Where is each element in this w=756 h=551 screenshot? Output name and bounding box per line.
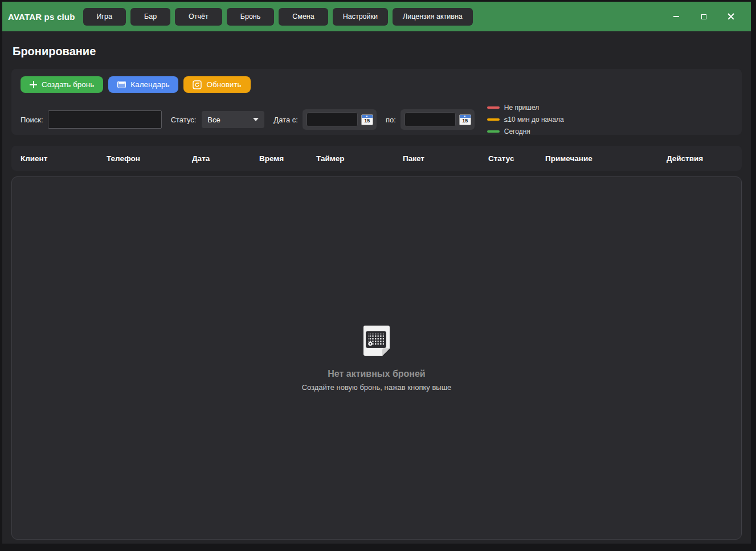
toolbar: Создать бронь Календарь Обновить <box>21 76 733 93</box>
column-phone: Телефон <box>107 154 192 163</box>
refresh-button[interactable]: Обновить <box>183 76 250 93</box>
legend-item-soon: ≤10 мин до начала <box>487 116 564 124</box>
close-button[interactable] <box>726 11 736 22</box>
status-label: Статус: <box>171 116 197 124</box>
app-window: AVATAR ps club Игра Бар Отчёт Бронь Смен… <box>2 2 751 544</box>
nav-settings-button[interactable]: Настройки <box>333 8 388 26</box>
empty-calendar-icon <box>362 325 391 359</box>
create-booking-button[interactable]: Создать бронь <box>21 76 103 93</box>
status-legend: Не пришел ≤10 мин до начала Сегодня <box>487 104 564 135</box>
page-title: Бронирование <box>13 44 742 59</box>
calendar-icon-header <box>460 115 471 118</box>
legend-red-swatch <box>487 106 500 109</box>
status-selected-value: Все <box>207 116 220 124</box>
nav-report-button[interactable]: Отчёт <box>175 8 222 26</box>
search-label: Поиск: <box>21 116 43 124</box>
legend-orange-swatch <box>487 118 500 121</box>
legend-green-swatch <box>487 130 500 133</box>
create-booking-label: Создать бронь <box>42 80 94 89</box>
column-status: Статус <box>488 154 545 163</box>
date-from-input[interactable] <box>307 112 358 127</box>
date-to-widget: 15 <box>401 109 475 130</box>
column-timer: Таймер <box>316 154 403 163</box>
filter-row: Поиск: Статус: Все Дата с: 15 по: <box>21 104 733 135</box>
filter-panel: Создать бронь Календарь Обновить <box>11 69 742 135</box>
calendar-label: Календарь <box>130 80 169 89</box>
column-time: Время <box>259 154 316 163</box>
column-actions: Действия <box>667 154 742 163</box>
empty-state-title: Нет активных броней <box>328 369 425 379</box>
column-date: Дата <box>192 154 259 163</box>
bookings-table-body: Нет активных броней Создайте новую бронь… <box>11 176 742 540</box>
date-to-label: по: <box>386 116 396 124</box>
legend-today-label: Сегодня <box>504 128 530 135</box>
minimize-icon <box>673 16 679 17</box>
close-icon <box>728 13 734 20</box>
nav-shift-button[interactable]: Смена <box>279 8 328 26</box>
calendar-icon-day: 15 <box>362 118 373 125</box>
refresh-icon <box>193 80 202 89</box>
app-brand: AVATAR ps club <box>8 12 75 22</box>
status-select[interactable]: Все <box>202 111 264 128</box>
date-from-picker-icon[interactable]: 15 <box>361 114 373 125</box>
refresh-label: Обновить <box>206 80 241 89</box>
nav-game-button[interactable]: Игра <box>83 8 126 26</box>
column-client: Клиент <box>21 154 107 163</box>
column-note: Примечание <box>545 154 667 163</box>
license-status-button[interactable]: Лицензия активна <box>393 8 473 26</box>
legend-soon-label: ≤10 мин до начала <box>504 116 564 124</box>
booking-page: Бронирование Создать бронь Календарь <box>2 31 751 544</box>
date-from-label: Дата с: <box>273 116 298 124</box>
nav-bar-button[interactable]: Бар <box>130 8 170 26</box>
nav-booking-button[interactable]: Бронь <box>227 8 275 26</box>
calendar-button[interactable]: Календарь <box>108 76 178 93</box>
plus-icon <box>30 81 37 88</box>
calendar-icon-day: 15 <box>460 118 471 125</box>
date-to-input[interactable] <box>404 112 456 127</box>
chevron-down-icon <box>253 118 259 121</box>
bookings-table-header: Клиент Телефон Дата Время Таймер Пакет С… <box>11 146 742 171</box>
search-input[interactable] <box>48 110 162 129</box>
minimize-button[interactable] <box>671 11 681 22</box>
date-from-widget: 15 <box>303 109 377 130</box>
date-to-picker-icon[interactable]: 15 <box>459 114 471 125</box>
maximize-button[interactable] <box>698 11 709 22</box>
window-controls <box>671 11 745 22</box>
maximize-icon <box>701 14 706 19</box>
empty-state: Нет активных броней Создайте новую бронь… <box>302 325 452 392</box>
legend-missed-label: Не пришел <box>504 104 539 112</box>
empty-state-subtitle: Создайте новую бронь, нажав кнопку выше <box>302 383 452 392</box>
titlebar: AVATAR ps club Игра Бар Отчёт Бронь Смен… <box>2 2 751 31</box>
calendar-icon-header <box>362 115 373 118</box>
legend-item-missed: Не пришел <box>487 104 564 112</box>
column-package: Пакет <box>403 154 488 163</box>
legend-item-today: Сегодня <box>487 128 564 135</box>
calendar-icon <box>117 81 126 88</box>
main-nav: Игра Бар Отчёт Бронь Смена Настройки Лиц… <box>83 8 473 26</box>
